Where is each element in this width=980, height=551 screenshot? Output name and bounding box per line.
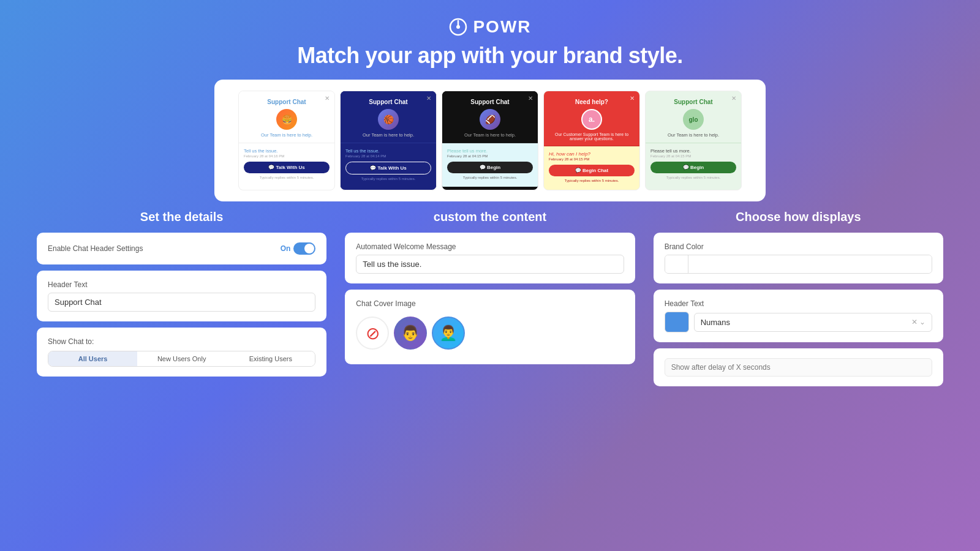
section-content-title: custom the content <box>345 210 635 224</box>
avatar-emoji-2: 👨‍🦱 <box>439 324 458 342</box>
toggle-wrap[interactable]: On <box>281 242 316 255</box>
card-footer-5: Typically replies within 5 minutes. <box>650 176 736 182</box>
radio-new-users[interactable]: New Users Only <box>137 351 226 366</box>
card-button-3[interactable]: 💬 Begin <box>447 162 533 173</box>
avatar-4: a. <box>581 109 602 130</box>
close-icon-3[interactable]: ✕ <box>528 95 533 102</box>
show-chat-radio-group: All Users New Users Only Existing Users <box>48 351 315 367</box>
font-dropdown[interactable]: Numans ✕ ⌄ <box>694 313 932 332</box>
section-display-title: Choose how displays <box>654 210 943 224</box>
preview-card-red: ✕ Need help? a. Our Customer Support Tea… <box>543 91 640 190</box>
card-header-4: Need help? a. Our Customer Support Team … <box>544 91 639 146</box>
card-subtitle-1: Our Team is here to help. <box>244 132 330 138</box>
right-header-text-card: Header Text Numans ✕ ⌄ <box>654 290 943 342</box>
card-body-1: Tell us the issue. February 28 at 04:16 … <box>239 143 334 187</box>
card-message-2: Tell us the issue. February 28 at 04:14 … <box>345 148 431 158</box>
card-subtitle-2: Our Team is here to help. <box>345 132 431 138</box>
toggle-on-text: On <box>281 244 291 253</box>
svg-point-1 <box>456 25 460 29</box>
card-footer-2: Typically replies within 5 minutes. <box>345 177 431 183</box>
card-subtitle-3: Our Team is here to help. <box>447 132 533 138</box>
close-icon-2[interactable]: ✕ <box>426 95 431 102</box>
image-picker: ⊘ 👨 👨‍🦱 <box>356 312 624 354</box>
card-message-5: Please tell us more. February 28 at 04:1… <box>650 148 736 158</box>
avatar-option-1[interactable]: 👨 <box>394 317 427 350</box>
header-text-input[interactable] <box>48 293 315 312</box>
no-image-option[interactable]: ⊘ <box>356 317 389 350</box>
section-display: Choose how displays Brand Color Header T… <box>654 210 943 386</box>
font-name: Numans <box>701 318 730 327</box>
right-header-text-label: Header Text <box>665 299 932 308</box>
brand-color-label: Brand Color <box>665 242 932 251</box>
powr-logo-icon <box>448 17 468 37</box>
cover-image-card: Chat Cover Image ⊘ 👨 👨‍🦱 <box>345 290 635 364</box>
header-color-pill[interactable] <box>665 312 689 332</box>
brand-color-card: Brand Color <box>654 233 943 283</box>
card-button-2[interactable]: 💬 Talk With Us <box>345 162 431 174</box>
card-subtitle-4: Our Customer Support Team is here to ans… <box>549 132 635 141</box>
welcome-label: Automated Welcome Message <box>356 242 624 251</box>
card-title-4: Need help? <box>549 99 635 105</box>
section-content: custom the content Automated Welcome Mes… <box>345 210 635 386</box>
delay-input[interactable] <box>665 358 932 377</box>
card-header-5: Support Chat glo Our Team is here to hel… <box>646 91 741 143</box>
card-footer-1: Typically replies within 5 minutes. <box>244 176 330 182</box>
radio-all-users[interactable]: All Users <box>48 351 137 366</box>
color-hex-input[interactable] <box>688 255 932 273</box>
welcome-input[interactable] <box>356 255 624 274</box>
close-icon-1[interactable]: ✕ <box>325 95 330 102</box>
card-footer-3: Typically replies within 5 minutes. <box>447 176 533 182</box>
color-input-wrap <box>665 255 932 274</box>
page-header: POWR Match your app with your brand styl… <box>0 0 980 80</box>
card-title-2: Support Chat <box>345 99 431 105</box>
section-details: Set the details Enable Chat Header Setti… <box>37 210 326 386</box>
toggle-switch[interactable] <box>293 242 315 255</box>
card-button-1[interactable]: 💬 Talk With Us <box>244 162 330 173</box>
header-text-row: Numans ✕ ⌄ <box>665 312 932 332</box>
preview-card-black: ✕ Support Chat 🏈 Our Team is here to hel… <box>442 91 538 190</box>
avatar-3: 🏈 <box>480 109 500 130</box>
bottom-sections: Set the details Enable Chat Header Setti… <box>0 210 980 386</box>
card-message-3: Please tell us more. February 28 at 04:1… <box>447 148 533 158</box>
header-text-card: Header Text <box>37 271 326 321</box>
avatar-emoji-1: 👨 <box>401 324 420 342</box>
close-icon-5[interactable]: ✕ <box>731 95 736 102</box>
avatar-2: 🏀 <box>378 109 399 130</box>
no-symbol-icon: ⊘ <box>366 323 380 343</box>
logo-text: POWR <box>473 17 531 37</box>
avatar-5: glo <box>683 109 704 130</box>
close-icon-4[interactable]: ✕ <box>630 95 635 102</box>
color-swatch[interactable] <box>665 255 688 273</box>
card-button-5[interactable]: 💬 Begin <box>650 162 736 173</box>
card-button-4[interactable]: 💬 Begin Chat <box>549 165 635 176</box>
avatar-option-2[interactable]: 👨‍🦱 <box>432 317 465 350</box>
card-footer-4: Typically replies within 5 minutes. <box>549 179 635 185</box>
card-header-3: Support Chat 🏈 Our Team is here to help. <box>442 91 538 143</box>
card-body-4: Hi, how can I help? February 28 at 04:15… <box>544 146 639 190</box>
card-message-4: Hi, how can I help? February 28 at 04:15… <box>549 151 635 161</box>
card-title-1: Support Chat <box>244 99 330 105</box>
welcome-message-card: Automated Welcome Message <box>345 233 635 283</box>
avatar-1: 🍔 <box>276 109 297 130</box>
card-body-5: Please tell us more. February 28 at 04:1… <box>646 143 741 187</box>
card-title-5: Support Chat <box>650 99 736 105</box>
card-body-3: Please tell us more. February 28 at 04:1… <box>442 143 538 187</box>
card-message-1: Tell us the issue. February 28 at 04:16 … <box>244 148 330 158</box>
card-subtitle-5: Our Team is here to help. <box>650 132 736 138</box>
card-header-1: Support Chat 🍔 Our Team is here to help. <box>239 91 334 143</box>
header-text-label: Header Text <box>48 280 315 289</box>
show-chat-card: Show Chat to: All Users New Users Only E… <box>37 328 326 377</box>
cover-label: Chat Cover Image <box>356 299 624 308</box>
section-details-title: Set the details <box>37 210 326 224</box>
headline: Match your app with your brand style. <box>0 43 980 69</box>
enable-label: Enable Chat Header Settings <box>48 244 143 253</box>
enable-chat-card: Enable Chat Header Settings On <box>37 233 326 264</box>
toggle-knob <box>304 244 314 253</box>
preview-wrapper: ✕ Support Chat 🍔 Our Team is here to hel… <box>0 80 980 201</box>
radio-existing-users[interactable]: Existing Users <box>226 351 315 366</box>
card-header-2: Support Chat 🏀 Our Team is here to help. <box>341 91 436 143</box>
preview-container: ✕ Support Chat 🍔 Our Team is here to hel… <box>214 80 766 201</box>
show-chat-label: Show Chat to: <box>48 337 315 346</box>
delay-card <box>654 348 943 386</box>
card-body-2: Tell us the issue. February 28 at 04:14 … <box>341 143 436 188</box>
